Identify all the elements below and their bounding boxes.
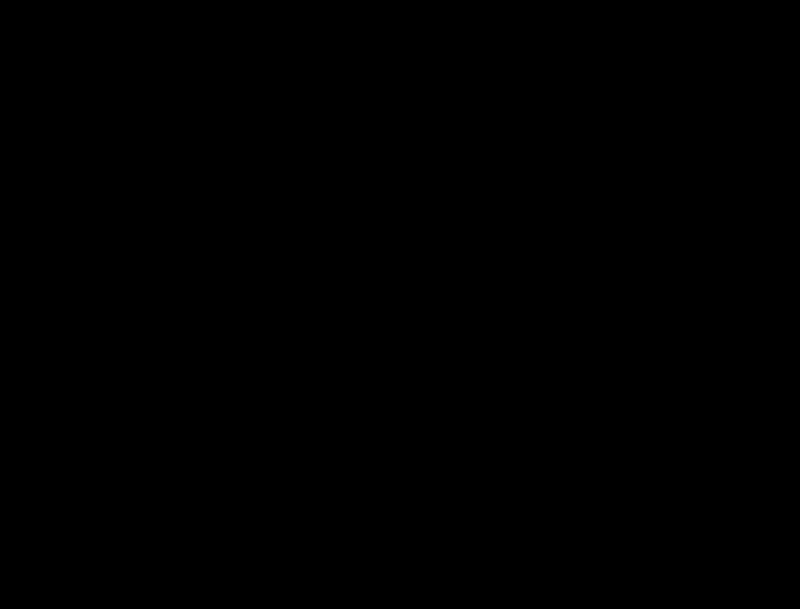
cassini-mimi-spectrogram-display: [0, 0, 800, 609]
